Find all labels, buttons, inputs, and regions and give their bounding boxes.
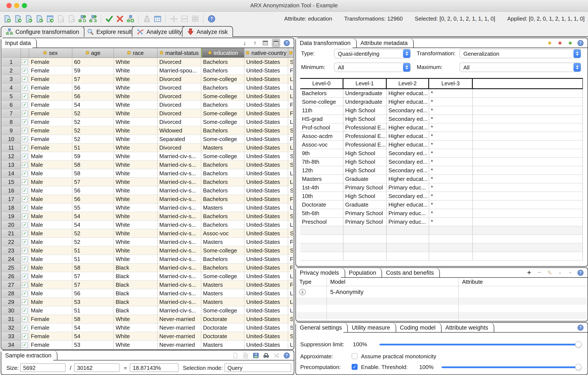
data-transformation-tab[interactable]: Data transformation bbox=[296, 38, 357, 48]
attribute-metadata-tab[interactable]: Attribute metadata bbox=[357, 38, 414, 48]
selection-mode-input[interactable]: Query bbox=[224, 364, 291, 372]
row-checkbox[interactable]: ✓ bbox=[21, 323, 29, 332]
column-header-native-country[interactable]: native-country bbox=[244, 48, 288, 58]
table-row[interactable]: 23✓Male51WhiteMarried-civ-s...Some-colle… bbox=[2, 246, 293, 255]
table-row[interactable]: 9✓Female52WhiteWidowedBachelorsUnited-St… bbox=[2, 127, 293, 135]
file-export-as-icon[interactable] bbox=[35, 14, 44, 23]
page-blank-icon[interactable] bbox=[232, 352, 239, 359]
table-row[interactable]: 10✓Female52WhiteSeparatedSome-collegeUni… bbox=[2, 135, 293, 144]
table-row[interactable]: 5✓Female56WhiteDivorcedSome-collegeUnite… bbox=[2, 92, 293, 101]
table-row[interactable]: 22✓Male52WhiteMarried-civ-s...MastersUni… bbox=[2, 238, 293, 246]
threshold-slider-handle[interactable] bbox=[575, 364, 582, 370]
table-row[interactable]: 16✓Male56WhiteMarried-civ-s...BachelorsU… bbox=[2, 186, 293, 195]
costs-benefits-tab[interactable]: Costs and benefits bbox=[382, 268, 440, 277]
privacy-models-tab[interactable]: Privacy models bbox=[296, 268, 345, 277]
layout-grid-icon[interactable] bbox=[190, 14, 200, 23]
row-checkbox[interactable]: ✓ bbox=[21, 212, 29, 221]
column-header-partial[interactable] bbox=[288, 48, 293, 58]
row-checkbox[interactable]: ✓ bbox=[21, 306, 29, 315]
table-row[interactable]: 7✓Female52WhiteDivorcedSome-collegeUnite… bbox=[2, 109, 293, 118]
column-header-sex[interactable]: sex bbox=[29, 48, 72, 58]
hierarchy-import-icon[interactable] bbox=[77, 14, 86, 23]
save-floppy-icon[interactable] bbox=[252, 352, 260, 359]
file-import-icon[interactable] bbox=[13, 14, 22, 23]
hierarchy-row[interactable]: MastersGraduateHigher educat...* bbox=[300, 175, 583, 183]
table-row[interactable]: 21✓Male52WhiteMarried-civ-s...Assoc-vocU… bbox=[2, 229, 293, 238]
maximum-dropdown[interactable]: All bbox=[460, 63, 581, 72]
row-checkbox[interactable]: ✓ bbox=[21, 204, 29, 212]
tri-up-disabled-icon[interactable]: ▲ bbox=[556, 269, 564, 276]
suppression-slider-handle[interactable] bbox=[575, 341, 582, 348]
table-row[interactable]: 25✓Male58BlackMarried-civ-s...BachelorsU… bbox=[2, 264, 293, 272]
tri-down-disabled-icon[interactable]: ▼ bbox=[567, 269, 574, 276]
table-row[interactable]: 12✓Male59WhiteMarried-civ-s...Some-colle… bbox=[2, 152, 293, 161]
row-checkbox[interactable]: ✓ bbox=[21, 84, 29, 92]
minimum-dropdown[interactable]: All bbox=[334, 63, 411, 72]
transformation-dropdown[interactable]: Generalization bbox=[460, 49, 581, 58]
attribute-weights-tab[interactable]: Attribute weights bbox=[441, 323, 494, 332]
utility-measure-tab[interactable]: Utility measure bbox=[348, 323, 396, 332]
find-binoculars-icon[interactable] bbox=[262, 352, 270, 359]
table-row[interactable]: 24✓Male51WhiteMarried-civ-s...BachelorsU… bbox=[2, 255, 293, 264]
precomputation-checkbox[interactable]: ✓ bbox=[352, 364, 357, 370]
table-row[interactable]: 11✓Female51WhiteDivorcedMastersUnited-St… bbox=[2, 144, 293, 152]
tab-configure-transformation[interactable]: Configure transformation bbox=[1, 26, 84, 37]
plus-icon[interactable]: + bbox=[525, 269, 533, 276]
column-header-marital-status[interactable]: marital-status bbox=[158, 48, 201, 58]
general-settings-tab[interactable]: General settings bbox=[296, 323, 348, 332]
dot-red-icon[interactable] bbox=[556, 39, 564, 46]
table-row[interactable]: 31✓Female58WhiteNever-marriedDoctorateUn… bbox=[2, 315, 293, 323]
help-icon[interactable]: ? bbox=[577, 324, 584, 331]
row-checkbox[interactable]: ✓ bbox=[21, 264, 29, 272]
table-row[interactable]: 28✓Male56BlackMarried-civ-s...MastersUni… bbox=[2, 289, 293, 298]
row-checkbox[interactable]: ✓ bbox=[21, 92, 29, 101]
row-checkbox[interactable]: ✓ bbox=[21, 298, 29, 306]
row-checkbox[interactable]: ✓ bbox=[21, 75, 29, 84]
row-checkbox[interactable]: ✓ bbox=[21, 255, 29, 264]
approximate-checkbox[interactable] bbox=[352, 353, 357, 359]
table-row[interactable]: 13✓Male58WhiteMarried-civ-s...BachelorsU… bbox=[2, 161, 293, 169]
help-icon[interactable]: ? bbox=[577, 269, 584, 276]
table-row[interactable]: 32✓Female54WhiteNever-marriedDoctorateUn… bbox=[2, 323, 293, 332]
page-disabled-icon[interactable] bbox=[56, 14, 65, 23]
row-checkbox[interactable]: ✓ bbox=[21, 238, 29, 246]
row-checkbox[interactable]: ✓ bbox=[21, 186, 29, 195]
row-checkbox[interactable]: ✓ bbox=[21, 135, 29, 144]
row-checkbox[interactable]: ✓ bbox=[21, 144, 29, 152]
table-row[interactable]: 19✓Male54WhiteMarried-civ-s...BachelorsU… bbox=[2, 212, 293, 221]
minus-disabled-icon[interactable]: − bbox=[536, 269, 543, 276]
sample-size-input[interactable]: 5692 bbox=[20, 364, 65, 372]
row-checkbox[interactable]: ✓ bbox=[21, 152, 29, 161]
arrow-down-icon[interactable]: ↓ bbox=[241, 39, 248, 46]
hierarchy-row[interactable]: PreschoolPrimary SchoolPrimary educ...* bbox=[300, 218, 583, 226]
table-row[interactable]: 17✓Male56WhiteMarried-civ-s...BachelorsU… bbox=[2, 195, 293, 204]
help-icon[interactable]: ? bbox=[283, 39, 290, 46]
row-checkbox[interactable]: ✓ bbox=[21, 246, 29, 255]
population-tab[interactable]: Population bbox=[345, 268, 382, 277]
layout-rows-icon[interactable] bbox=[180, 14, 189, 23]
hierarchy-row[interactable]: HS-gradHigh SchoolSecondary ed...* bbox=[300, 115, 583, 123]
row-checkbox[interactable]: ✓ bbox=[21, 315, 29, 323]
row-checkbox[interactable]: ✓ bbox=[21, 272, 29, 281]
row-checkbox[interactable]: ✓ bbox=[21, 101, 29, 109]
pencil-disabled-icon[interactable]: ✎ bbox=[546, 269, 553, 276]
row-checkbox[interactable]: ✓ bbox=[21, 178, 29, 186]
hierarchy-row[interactable]: 9thHigh SchoolSecondary ed...* bbox=[300, 149, 583, 158]
page-lines-icon[interactable] bbox=[242, 352, 249, 359]
row-checkbox[interactable]: ✓ bbox=[21, 332, 29, 341]
table-row[interactable]: 6✓Female54WhiteDivorcedBachelorsUnited-S… bbox=[2, 101, 293, 109]
column-header-education[interactable]: education bbox=[201, 48, 244, 58]
row-checkbox[interactable]: ✓ bbox=[21, 58, 29, 66]
suppression-slider[interactable] bbox=[379, 344, 578, 345]
layout-move-icon[interactable] bbox=[169, 14, 178, 23]
sample-extraction-tab[interactable]: Sample extraction bbox=[1, 351, 57, 360]
hierarchy-row[interactable]: Assoc-acdmProfessional E...Higher educat… bbox=[300, 132, 583, 140]
page-disabled-2-icon[interactable] bbox=[67, 14, 76, 23]
privacy-model-row[interactable]: k5-Anonymity bbox=[296, 286, 587, 297]
coding-model-tab[interactable]: Coding model bbox=[396, 323, 441, 332]
dot-yellow-icon[interactable] bbox=[546, 39, 553, 46]
row-checkbox[interactable]: ✓ bbox=[21, 195, 29, 204]
threshold-slider[interactable] bbox=[441, 366, 578, 368]
file-export-icon[interactable] bbox=[24, 14, 33, 23]
table-row[interactable]: 1✓Female60WhiteDivorcedBachelorsUnited-S… bbox=[2, 58, 293, 66]
